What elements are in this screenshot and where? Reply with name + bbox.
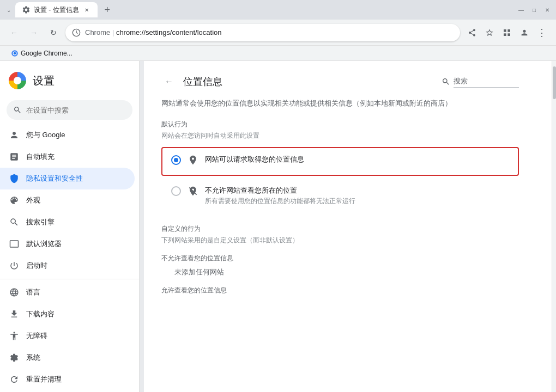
page-search-text[interactable]: 搜索 — [454, 76, 519, 88]
search-input[interactable] — [26, 106, 126, 114]
resize-handle — [140, 61, 144, 392]
page-search-icon — [442, 77, 450, 86]
svg-rect-2 — [507, 29, 510, 32]
sidebar-item-system[interactable]: 系统 — [0, 347, 135, 369]
option-allow-text: 网站可以请求取得您的位置信息 — [205, 155, 509, 164]
sidebar-item-reset[interactable]: 重置并清理 — [0, 369, 135, 390]
tab-title: 设置 - 位置信息 — [34, 5, 79, 15]
new-tab-btn[interactable]: + — [100, 2, 115, 17]
back-btn[interactable]: ← — [7, 25, 22, 40]
forward-btn[interactable]: → — [26, 25, 41, 40]
sidebar-search[interactable] — [7, 100, 132, 120]
settings-tab-icon — [22, 5, 31, 14]
sidebar-label-appearance: 外观 — [26, 195, 40, 205]
profile-btn[interactable] — [517, 25, 532, 40]
sidebar: 设置 您与 Google 自动填充 隐私设置和安全性 — [0, 61, 140, 392]
titlebar-left: ⌄ 设置 - 位置信息 ✕ + — [4, 2, 115, 17]
browser-icon — [9, 238, 20, 249]
chrome-logo-icon — [11, 50, 19, 57]
page-header: ← 位置信息 搜索 — [161, 74, 519, 89]
startup-icon — [9, 260, 20, 271]
sidebar-item-search[interactable]: 搜索引擎 — [0, 211, 135, 233]
sidebar-item-language[interactable]: 语言 — [0, 281, 135, 303]
reset-icon — [9, 374, 20, 385]
sidebar-item-autofill[interactable]: 自动填充 — [0, 146, 135, 168]
chevron-btn[interactable]: ⌄ — [4, 5, 13, 14]
menu-btn[interactable]: ⋮ — [534, 25, 549, 40]
sidebar-item-downloads[interactable]: 下载内容 — [0, 303, 135, 325]
system-icon — [9, 352, 20, 363]
custom-section-label: 自定义的行为 — [161, 224, 519, 234]
deny-section-label: 不允许查看您的位置信息 — [161, 254, 519, 263]
sidebar-label-browser: 默认浏览器 — [26, 239, 62, 249]
sidebar-label-google: 您与 Google — [26, 130, 65, 140]
sidebar-label-autofill: 自动填充 — [26, 152, 55, 162]
address-bar[interactable]: Chrome | chrome://settings/content/locat… — [65, 24, 460, 41]
address-text: Chrome | chrome://settings/content/locat… — [85, 28, 222, 36]
extensions-btn[interactable] — [499, 25, 515, 40]
radio-deny[interactable] — [171, 186, 181, 196]
bookmarks-item[interactable]: Google Chrome... — [7, 48, 77, 58]
bookmarks-bar: Google Chrome... — [0, 46, 556, 61]
maximize-btn[interactable]: □ — [530, 5, 539, 14]
sidebar-label-privacy: 隐私设置和安全性 — [26, 174, 83, 183]
option-deny-text: 不允许网站查看您所在的位置 所有需要使用您的位置信息的功能都将无法正常运行 — [205, 186, 509, 206]
chrome-logo — [9, 72, 26, 89]
content-area: ← 位置信息 搜索 网站通常会使用您的位置信息以实现相关功能或提供相关信息（例如… — [144, 61, 552, 392]
sidebar-label-startup: 启动时 — [26, 261, 47, 271]
option-deny-sublabel: 所有需要使用您的位置信息的功能都将无法正常运行 — [205, 197, 509, 206]
sidebar-item-startup[interactable]: 启动时 — [0, 255, 135, 277]
addressbar: ← → ↻ Chrome | chrome://settings/content… — [0, 20, 556, 46]
sidebar-item-accessibility[interactable]: 无障碍 — [0, 325, 135, 347]
location-allow-icon — [188, 155, 198, 168]
search-icon — [13, 106, 22, 114]
custom-sublabel: 下列网站采用的是自定义设置（而非默认设置） — [161, 236, 519, 245]
bookmarks-label: Google Chrome... — [21, 50, 72, 57]
scrollbar-thumb[interactable] — [553, 66, 556, 99]
option-allow-label: 网站可以请求取得您的位置信息 — [205, 155, 509, 164]
content-wrapper: ← 位置信息 搜索 网站通常会使用您的位置信息以实现相关功能或提供相关信息（例如… — [144, 61, 556, 392]
svg-point-7 — [14, 52, 16, 54]
search-engine-icon — [9, 217, 20, 228]
browser-tab[interactable]: 设置 - 位置信息 ✕ — [15, 2, 98, 17]
page-header-left: ← 位置信息 — [161, 74, 222, 89]
page-search[interactable]: 搜索 — [442, 76, 519, 88]
default-behavior-sublabel: 网站会在您访问时自动采用此设置 — [161, 131, 519, 140]
sidebar-item-browser[interactable]: 默认浏览器 — [0, 233, 135, 255]
page-back-btn[interactable]: ← — [161, 74, 177, 89]
tab-close-btn[interactable]: ✕ — [82, 5, 91, 14]
minimize-btn[interactable]: — — [517, 5, 525, 14]
description: 网站通常会使用您的位置信息以实现相关功能或提供相关信息（例如本地新闻或附近的商店… — [161, 98, 519, 109]
autofill-icon — [9, 151, 20, 162]
sidebar-label-reset: 重置并清理 — [26, 375, 62, 384]
no-deny-sites: 未添加任何网站 — [174, 267, 519, 277]
sidebar-label-language: 语言 — [26, 287, 40, 297]
person-icon — [9, 130, 20, 140]
svg-rect-1 — [504, 29, 506, 32]
close-btn[interactable]: ✕ — [543, 5, 552, 14]
sidebar-item-privacy[interactable]: 隐私设置和安全性 — [0, 168, 135, 189]
option-deny[interactable]: 不允许网站查看您所在的位置 所有需要使用您的位置信息的功能都将无法正常运行 — [161, 178, 519, 213]
language-icon — [9, 287, 20, 298]
option-allow[interactable]: 网站可以请求取得您的位置信息 — [161, 147, 519, 176]
accessibility-icon — [9, 330, 20, 341]
option-deny-label: 不允许网站查看您所在的位置 — [205, 186, 509, 195]
shield-icon — [9, 173, 20, 184]
settings-header: 设置 — [0, 65, 139, 96]
scrollbar-track[interactable] — [552, 61, 556, 392]
sidebar-label-downloads: 下载内容 — [26, 309, 55, 319]
sidebar-item-appearance[interactable]: 外观 — [0, 189, 135, 211]
reload-btn[interactable]: ↻ — [46, 25, 61, 40]
radio-allow[interactable] — [171, 155, 181, 165]
page-title: 位置信息 — [183, 75, 222, 88]
appearance-icon — [9, 195, 20, 206]
default-behavior-label: 默认行为 — [161, 120, 519, 129]
downloads-icon — [9, 309, 20, 320]
location-deny-icon — [188, 186, 198, 199]
sidebar-item-google[interactable]: 您与 Google — [0, 124, 135, 146]
allow-section-label: 允许查看您的位置信息 — [161, 286, 519, 295]
share-btn[interactable] — [464, 25, 480, 40]
star-btn[interactable] — [482, 25, 497, 40]
address-actions: ⋮ — [464, 25, 549, 40]
shield-secure-icon — [72, 28, 81, 37]
